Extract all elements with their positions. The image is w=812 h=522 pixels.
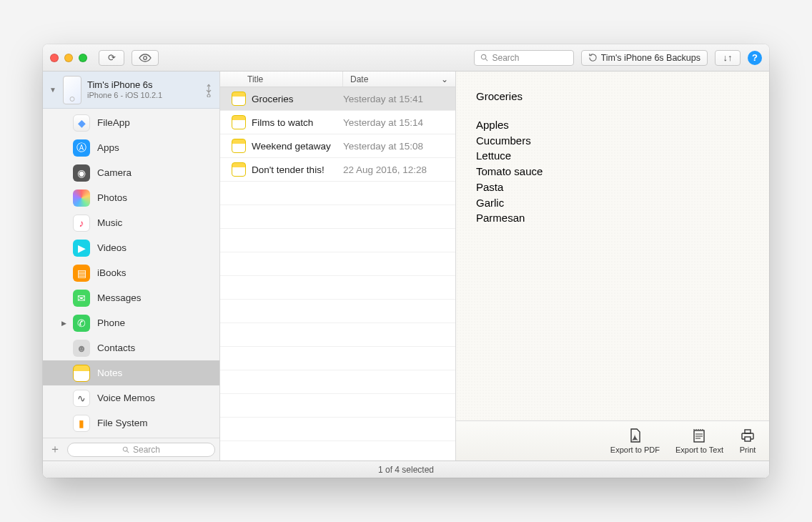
usb-icon [204,83,214,97]
search-icon [122,446,129,453]
note-row-title: Weekend getaway [252,141,343,152]
status-bar: 1 of 4 selected [43,461,769,478]
messages-icon: ✉ [73,290,90,307]
print-button[interactable]: Print [739,428,756,454]
contacts-icon: ☻ [73,340,90,357]
device-icon [63,76,81,104]
sidebar-item-videos[interactable]: ▶Videos [43,235,219,260]
sidebar-list: ◆FileAppⒶApps◉CameraPhotos♪Music▶Videos▤… [43,109,219,438]
preview-actions: Export to PDF Export to Text Print [456,420,769,461]
empty-row [220,229,455,252]
sidebar-footer: ＋ Search [43,438,219,461]
sidebar-item-phone[interactable]: ▶✆Phone [43,310,219,335]
refresh-button[interactable]: ⟳ [99,50,124,66]
transfer-icon: ↓↑ [723,52,733,63]
status-text: 1 of 4 selected [378,465,434,475]
export-pdf-button[interactable]: Export to PDF [610,428,660,454]
sidebar-item-fs[interactable]: ▮File System [43,410,219,435]
empty-row [220,300,455,323]
note-line: Garlic [476,195,749,211]
sidebar-item-camera[interactable]: ◉Camera [43,160,219,185]
backups-button[interactable]: Tim's iPhone 6s Backups [581,50,708,66]
history-icon [588,53,598,62]
notes-row[interactable]: Films to watchYesterday at 15:14 [220,111,455,134]
apps-icon: Ⓐ [73,139,90,157]
voice-icon: ∿ [73,390,90,407]
backups-label: Tim's iPhone 6s Backups [601,53,700,63]
photos-icon [73,189,90,207]
svg-point-1 [481,54,485,59]
note-row-date: 22 Aug 2016, 12:28 [343,164,455,175]
column-header-title[interactable]: Title [240,72,343,87]
svg-point-3 [123,447,127,451]
device-header[interactable]: ▼ Tim's iPhone 6s iPhone 6 - iOS 10.2.1 [43,72,219,109]
notes-row[interactable]: GroceriesYesterday at 15:41 [220,87,455,111]
notes-row[interactable]: Don't tender this!22 Aug 2016, 12:28 [220,158,455,182]
sidebar-item-label: Voice Memos [97,393,155,403]
sidebar-item-music[interactable]: ♪Music [43,210,219,235]
sidebar-search[interactable]: Search [67,443,215,457]
toolbar-search[interactable]: Search [474,50,574,66]
sidebar-item-label: Phone [97,317,125,328]
sidebar-item-ibooks[interactable]: ▤iBooks [43,260,219,285]
empty-row [220,205,455,229]
note-row-title: Groceries [252,94,343,104]
ibooks-icon: ▤ [73,265,90,282]
export-text-button[interactable]: Export to Text [675,428,723,454]
note-row-title: Don't tender this! [252,164,343,175]
column-header-date[interactable]: Date ⌄ [343,72,455,87]
note-line: Tomato sauce [476,164,749,179]
sidebar-item-photos[interactable]: Photos [43,185,219,210]
print-icon [739,428,756,443]
note-line: Cucumbers [476,133,749,149]
note-row-date: Yesterday at 15:41 [343,94,455,104]
zoom-window-button[interactable] [79,54,87,62]
sidebar-item-contacts[interactable]: ☻Contacts [43,335,219,360]
help-button[interactable]: ? [748,51,762,65]
sidebar-item-label: Messages [97,292,142,303]
note-icon [232,139,246,153]
window-controls [50,54,87,62]
preview-button[interactable] [132,50,159,66]
videos-icon: ▶ [73,240,90,257]
sidebar-item-voice[interactable]: ∿Voice Memos [43,385,219,410]
empty-row [220,276,455,300]
empty-row [220,370,455,394]
pdf-icon [626,428,643,443]
svg-line-2 [485,59,487,61]
empty-row [220,418,455,441]
sidebar-item-apps[interactable]: ⒶApps [43,135,219,160]
sidebar-item-label: Videos [97,242,127,253]
transfer-button[interactable]: ↓↑ [715,50,741,66]
sidebar-item-label: Photos [97,192,127,203]
close-window-button[interactable] [50,54,59,62]
empty-row [220,182,455,205]
sort-indicator-icon: ⌄ [441,74,448,84]
note-icon [232,115,246,129]
empty-row [220,252,455,276]
app-window: ⟳ Search Tim's iPhone 6s Backups ↓↑ ? ▼ … [43,44,769,478]
note-preview: Groceries ApplesCucumbersLettuceTomato s… [456,72,769,461]
column-header-icon[interactable] [220,72,240,87]
chevron-down-icon: ▼ [49,86,57,94]
note-line: Parmesan [476,210,749,226]
note-icon [232,92,246,106]
sidebar: ▼ Tim's iPhone 6s iPhone 6 - iOS 10.2.1 … [43,72,220,461]
sidebar-item-fileapp[interactable]: ◆FileApp [43,110,219,135]
fileapp-icon: ◆ [73,114,90,132]
music-icon: ♪ [73,215,90,232]
add-button[interactable]: ＋ [47,442,63,457]
empty-row [220,347,455,370]
note-line: Lettuce [476,148,749,164]
sidebar-item-label: FileApp [97,117,130,128]
minimize-window-button[interactable] [64,54,73,62]
notes-list: Title Date ⌄ GroceriesYesterday at 15:41… [220,72,456,461]
svg-rect-7 [745,430,751,433]
sidebar-item-notes[interactable]: Notes [43,360,219,385]
sidebar-item-messages[interactable]: ✉Messages [43,285,219,310]
note-row-date: Yesterday at 15:14 [343,117,455,128]
empty-row [220,394,455,418]
refresh-icon: ⟳ [108,52,116,63]
notes-row[interactable]: Weekend getawayYesterday at 15:08 [220,134,455,158]
note-line: Pasta [476,179,749,195]
